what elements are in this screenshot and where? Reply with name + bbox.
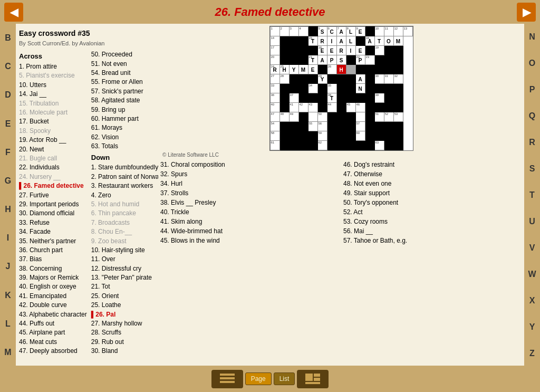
grid-cell-2-4[interactable]	[308, 46, 317, 55]
grid-cell-11-7[interactable]	[336, 131, 346, 141]
grid-cell-9-4[interactable]	[308, 112, 317, 122]
clue-down-5[interactable]: 5. Hot and humid	[91, 200, 158, 209]
grid-cell-5-7[interactable]	[336, 74, 346, 84]
grid-cell-5-8[interactable]	[346, 74, 355, 84]
grid-cell-1-4[interactable]: 15T	[308, 36, 317, 46]
grid-cell-11-5[interactable]: 59	[317, 131, 327, 141]
clue-across-19[interactable]: 19. Actor Rob __	[19, 136, 87, 145]
grid-cell-0-12[interactable]: 11	[384, 27, 393, 36]
clue-across-5[interactable]: 5. Pianist's exercise	[19, 71, 87, 80]
grid-cell-7-9[interactable]	[355, 93, 365, 103]
clue-down-21[interactable]: 21. Tot	[91, 282, 158, 291]
grid-cell-12-10[interactable]	[365, 141, 374, 150]
grid-cell-6-2[interactable]	[289, 84, 298, 93]
grid-cell-5-11[interactable]: 30	[374, 74, 384, 84]
grid-cell-4-3[interactable]: M	[298, 65, 308, 74]
clue-down-6[interactable]: 6. Thin pancake	[91, 209, 158, 218]
grid-cell-10-8[interactable]	[346, 122, 355, 131]
grid-cell-4-7[interactable]: H	[336, 65, 346, 74]
grid-cell-1-13[interactable]: M	[393, 36, 403, 46]
grid-cell-4-1[interactable]: 25H	[279, 65, 289, 74]
grid-cell-9-3[interactable]	[298, 112, 308, 122]
grid-cell-11-8[interactable]	[346, 131, 355, 141]
grid-cell-5-1[interactable]: 28	[279, 74, 289, 84]
grid-cell-1-7[interactable]: A	[336, 36, 346, 46]
grid-cell-4-11[interactable]	[374, 65, 384, 74]
grid-cell-7-11[interactable]: 39	[374, 93, 384, 103]
grid-cell-12-7[interactable]	[336, 141, 346, 150]
grid-cell-7-1[interactable]	[279, 93, 289, 103]
grid-cell-1-10[interactable]: 16A	[365, 36, 374, 46]
clue-across-29[interactable]: 29. Important periods	[19, 200, 87, 209]
clue-down-12[interactable]: 12. Distressful cry	[91, 264, 158, 273]
grid-cell-11-10[interactable]	[365, 131, 374, 141]
grid-cell-1-6[interactable]: I	[327, 36, 336, 46]
grid-cell-1-5[interactable]: R	[317, 36, 327, 46]
b-clue-31[interactable]: 31. Choral composition	[160, 160, 339, 169]
clue-across-35[interactable]: 35. Neither's partner	[19, 237, 87, 246]
grid-cell-8-11[interactable]	[374, 103, 384, 112]
grid-cell-7-8[interactable]	[346, 93, 355, 103]
clue-across-47[interactable]: 47. Deeply absorbed	[19, 347, 87, 356]
clue-down-13[interactable]: 13. "Peter Pan" pirate	[91, 273, 158, 282]
grid-cell-4-13[interactable]	[393, 65, 403, 74]
grid-cell-9-12[interactable]: 52	[384, 112, 393, 122]
grid-cell-11-13[interactable]	[393, 131, 403, 141]
grid-cell-10-13[interactable]	[393, 122, 403, 131]
clue-across-14[interactable]: 14. Jai __	[19, 90, 87, 99]
grid-cell-12-12[interactable]	[384, 141, 393, 150]
grid-cell-12-0[interactable]: 61	[270, 141, 279, 150]
b-clue-57[interactable]: 57. Tahoe or Bath, e.g.	[343, 236, 522, 245]
grid-cell-3-10[interactable]: 23	[365, 55, 374, 65]
clue-across-15[interactable]: 15. Tribulation	[19, 99, 87, 108]
clue-down-3[interactable]: 3. Restaurant workers	[91, 181, 158, 190]
grid-cell-3-0[interactable]: 20	[270, 55, 279, 65]
grid-cell-0-7[interactable]: 7A	[336, 27, 346, 36]
clue-across-18[interactable]: 18. Spooky	[19, 127, 87, 136]
grid-cell-9-11[interactable]: 51	[374, 112, 384, 122]
grid-cell-10-6[interactable]	[327, 122, 336, 131]
grid-cell-5-10[interactable]	[365, 74, 374, 84]
grid-cell-6-4[interactable]: 34	[308, 84, 317, 93]
grid-cell-10-4[interactable]: 55	[308, 122, 317, 131]
grid-cell-8-3[interactable]: 42	[298, 103, 308, 112]
grid-cell-2-5[interactable]: 18E	[317, 46, 327, 55]
grid-cell-7-5[interactable]	[317, 93, 327, 103]
grid-cell-9-10[interactable]	[365, 112, 374, 122]
clue-down-8[interactable]: 8. Chou En-__	[91, 227, 158, 236]
b-clue-46[interactable]: 46. Dog's restraint	[343, 160, 522, 169]
grid-cell-12-6[interactable]	[327, 141, 336, 150]
grid-cell-8-8[interactable]: 45	[346, 103, 355, 112]
grid-cell-7-0[interactable]: 36	[270, 93, 279, 103]
grid-cell-6-8[interactable]	[346, 84, 355, 93]
clue-across-27[interactable]: 27. Furtive	[19, 191, 87, 200]
b-clue-48[interactable]: 48. Not even one	[343, 179, 522, 188]
grid-cell-11-6[interactable]	[327, 131, 336, 141]
page-button[interactable]: Page	[245, 372, 272, 385]
b-clue-56[interactable]: 56. Mai __	[343, 226, 522, 236]
clue-across-17[interactable]: 17. Bucket	[19, 117, 87, 126]
grid-cell-5-9[interactable]: A	[355, 74, 365, 84]
grid-cell-1-9[interactable]	[355, 36, 365, 46]
clue-across-51[interactable]: 51. Not even	[91, 60, 158, 69]
b-clue-32[interactable]: 32. Spurs	[160, 169, 339, 179]
grid-cell-6-6[interactable]: 35	[327, 84, 336, 93]
grid-cell-2-1[interactable]	[279, 46, 289, 55]
grid-cell-10-11[interactable]	[374, 122, 384, 131]
grid-cell-4-5[interactable]	[317, 65, 327, 74]
clue-down-26[interactable]: ▌26. Pal	[91, 310, 158, 319]
grid-cell-8-2[interactable]: 41	[289, 103, 298, 112]
clue-across-58[interactable]: 58. Agitated state	[91, 96, 158, 105]
grid-cell-3-9[interactable]: 22P	[355, 55, 365, 65]
grid-cell-6-9[interactable]: N	[355, 84, 365, 93]
clue-across-40[interactable]: 40. English or oxeye	[19, 282, 87, 291]
grid-cell-9-9[interactable]	[355, 112, 365, 122]
grid-cell-7-7[interactable]	[336, 93, 346, 103]
nav-left-button[interactable]: ◀	[4, 3, 23, 22]
clue-across-37[interactable]: 37. Bias	[19, 255, 87, 264]
grid-cell-4-0[interactable]: 24R	[270, 65, 279, 74]
grid-cell-3-5[interactable]: A	[317, 55, 327, 65]
grid-cell-1-2[interactable]	[289, 36, 298, 46]
grid-cell-11-1[interactable]	[279, 131, 289, 141]
grid-cell-1-3[interactable]	[298, 36, 308, 46]
